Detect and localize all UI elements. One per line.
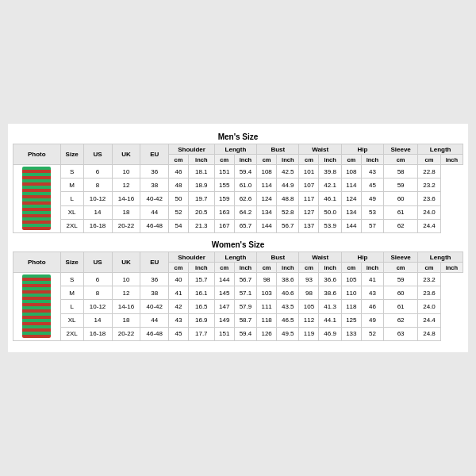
table-cell: 59.4: [234, 165, 256, 178]
table-cell: 145: [214, 286, 234, 300]
table-cell: L: [60, 192, 83, 205]
w-length2-header: Length: [418, 252, 463, 263]
table-cell: 23.2: [418, 273, 440, 286]
w-hip-inch: inch: [361, 263, 383, 273]
table-cell: 24.8: [418, 327, 440, 340]
table-cell: 12: [112, 178, 140, 192]
table-cell: 114: [257, 178, 277, 192]
table-cell: 42.1: [319, 178, 341, 192]
table-cell: 108: [341, 165, 361, 178]
table-cell: 60: [383, 286, 417, 300]
length-cm: cm: [214, 155, 234, 165]
bust-inch: inch: [277, 155, 299, 165]
w-size-header: Size: [60, 252, 83, 273]
table-cell: S: [60, 165, 83, 178]
table-cell: 114: [341, 178, 361, 192]
table-cell: 8: [83, 286, 112, 300]
table-cell: 49: [361, 313, 383, 327]
table-cell: 63: [383, 327, 417, 340]
table-cell: 105: [299, 300, 319, 313]
table-cell: 126: [257, 327, 277, 340]
table-cell: 6: [83, 273, 112, 286]
table-cell: 151: [214, 327, 234, 340]
table-row: M812384116.114557.110340.69838.611043602…: [13, 286, 463, 300]
w-shoulder-inch: inch: [188, 263, 214, 273]
photo-header: Photo: [13, 144, 61, 165]
table-cell: 18.1: [188, 165, 214, 178]
table-cell: 10-12: [83, 300, 112, 313]
table-cell: 21.3: [188, 219, 214, 232]
table-cell: 23.2: [418, 178, 440, 192]
table-cell: 58: [383, 165, 417, 178]
w-bust-inch: inch: [277, 263, 299, 273]
w-eu-header: EU: [140, 252, 169, 273]
table-cell: 118: [341, 300, 361, 313]
men-figure-icon: [22, 167, 51, 230]
table-cell: 56.7: [234, 273, 256, 286]
table-cell: 42: [169, 300, 189, 313]
table-cell: 14-16: [112, 300, 140, 313]
w-bust-cm: cm: [257, 263, 277, 273]
table-cell: 101: [299, 165, 319, 178]
table-cell: XL: [60, 205, 83, 219]
table-cell: 10: [112, 165, 140, 178]
table-cell: 48.8: [277, 192, 299, 205]
table-cell: 45: [361, 178, 383, 192]
table-cell: 64.2: [234, 205, 256, 219]
table-cell: 44.9: [277, 178, 299, 192]
table-cell: 61.0: [234, 178, 256, 192]
w-shoulder-header: Shoulder: [169, 252, 215, 263]
waist-header: Waist: [299, 144, 341, 155]
table-row: XL1418445220.516364.213452.812750.013453…: [13, 205, 463, 219]
table-cell: 16-18: [83, 327, 112, 340]
table-row: S610364015.714456.79838.69336.6105415923…: [13, 273, 463, 286]
table-cell: 46.5: [277, 313, 299, 327]
table-cell: 16.9: [188, 313, 214, 327]
table-cell: 62.6: [234, 192, 256, 205]
table-cell: 46.9: [319, 327, 341, 340]
w-length2-inch: inch: [440, 263, 463, 273]
table-cell: 119: [299, 327, 319, 340]
w-photo-header: Photo: [13, 252, 61, 273]
length2-cm: cm: [418, 155, 440, 165]
table-cell: 134: [257, 205, 277, 219]
table-cell: 18.9: [188, 178, 214, 192]
table-cell: 167: [214, 219, 234, 232]
table-cell: 112: [299, 313, 319, 327]
womens-header-row: Photo Size US UK EU Shoulder Length Bust…: [13, 252, 463, 263]
table-cell: 16-18: [83, 219, 112, 232]
table-cell: 125: [341, 313, 361, 327]
table-cell: 111: [257, 300, 277, 313]
table-cell: 23.6: [418, 286, 440, 300]
table-cell: 144: [257, 219, 277, 232]
w-length-inch: inch: [234, 263, 256, 273]
table-cell: 98: [257, 273, 277, 286]
table-cell: 20-22: [112, 219, 140, 232]
table-cell: 39.8: [319, 165, 341, 178]
us-header: US: [83, 144, 112, 165]
table-cell: 163: [214, 205, 234, 219]
w-hip-header: Hip: [341, 252, 383, 263]
table-cell: 42.5: [277, 165, 299, 178]
table-cell: 16.1: [188, 286, 214, 300]
w-length2-cm: cm: [418, 263, 440, 273]
table-cell: 20.5: [188, 205, 214, 219]
table-cell: 53: [361, 205, 383, 219]
size-header: Size: [60, 144, 83, 165]
table-cell: 159: [214, 192, 234, 205]
table-cell: 93: [299, 273, 319, 286]
photo-cell: [13, 273, 61, 341]
table-cell: 50: [169, 192, 189, 205]
table-cell: 60: [383, 192, 417, 205]
table-cell: 124: [257, 192, 277, 205]
table-cell: 19.7: [188, 192, 214, 205]
hip-inch: inch: [361, 155, 383, 165]
table-cell: 38.6: [319, 286, 341, 300]
length-inch: inch: [234, 155, 256, 165]
length2-header: Length: [418, 144, 463, 155]
table-cell: 41: [169, 286, 189, 300]
w-waist-cm: cm: [299, 263, 319, 273]
table-cell: 43: [361, 165, 383, 178]
table-cell: 43: [169, 313, 189, 327]
table-cell: 110: [341, 286, 361, 300]
